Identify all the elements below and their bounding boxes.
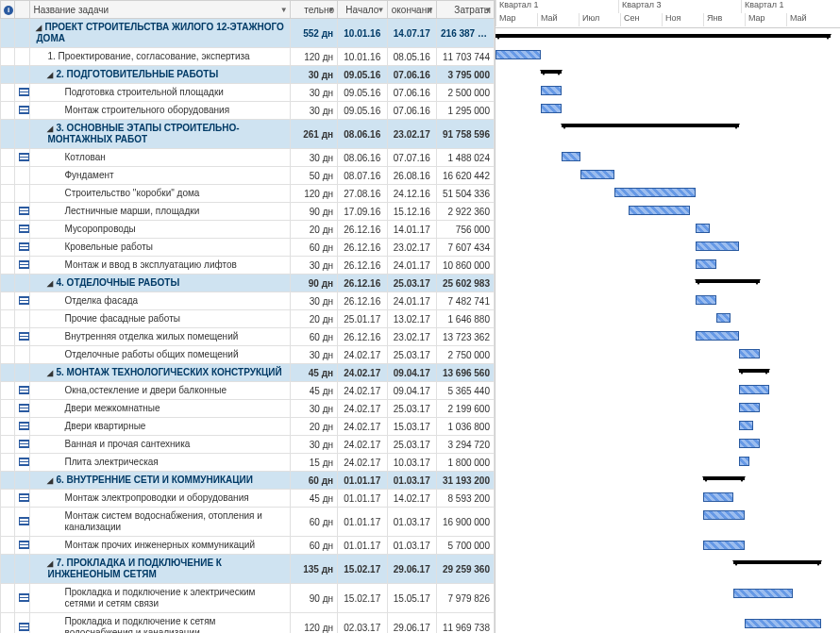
col-cost[interactable]: Затраты▼ — [437, 1, 495, 19]
gantt-task-bar[interactable] — [739, 439, 760, 448]
gantt-row — [496, 238, 840, 256]
gantt-summary-bar[interactable] — [696, 279, 760, 283]
gantt-row — [496, 28, 840, 46]
table-row[interactable]: Мусоропроводы20 дн26.12.1614.01.17756 00… — [1, 221, 495, 239]
gantt-task-bar[interactable] — [703, 492, 733, 502]
table-row[interactable]: ◢4. ОТДЕЛОЧНЫЕ РАБОТЫ90 дн26.12.1625.03.… — [1, 275, 495, 292]
table-row[interactable]: ◢5. МОНТАЖ ТЕХНОЛОГИЧЕСКИХ КОНСТРУКЦИЙ45… — [1, 364, 495, 382]
table-row[interactable]: Фундамент50 дн08.07.1626.08.1616 620 442 — [1, 167, 495, 185]
gantt-task-bar[interactable] — [541, 86, 562, 95]
indicator-icon — [19, 242, 29, 251]
table-row[interactable]: Монтаж прочих инженерных коммуникаций60 … — [1, 537, 495, 555]
gantt-task-bar[interactable] — [496, 50, 541, 59]
table-row[interactable]: Строительство "коробки" дома120 дн27.08.… — [1, 185, 495, 203]
cell-start: 26.12.16 — [338, 328, 388, 346]
task-name: 3. ОСНОВНЫЕ ЭТАПЫ СТРОИТЕЛЬНО-МОНТАЖНЫХ … — [47, 123, 239, 144]
gantt-task-bar[interactable] — [614, 188, 696, 197]
collapse-icon[interactable]: ◢ — [47, 559, 53, 569]
cell-duration: 60 дн — [290, 472, 337, 490]
dropdown-icon[interactable]: ▼ — [427, 6, 434, 14]
dropdown-icon[interactable]: ▼ — [484, 6, 492, 14]
table-row[interactable]: Монтаж и ввод в эксплуатацию лифтов30 дн… — [1, 257, 495, 275]
table-row[interactable]: Кровельные работы60 дн26.12.1623.02.177 … — [1, 239, 495, 257]
cell-start: 01.01.17 — [338, 490, 388, 508]
gantt-task-bar[interactable] — [696, 259, 716, 269]
table-row[interactable]: Отделочные работы общих помещений30 дн24… — [1, 346, 495, 364]
gantt-task-bar[interactable] — [739, 385, 769, 394]
gantt-task-bar[interactable] — [739, 421, 753, 430]
table-row[interactable]: Двери межкомнатные30 дн24.02.1725.03.172… — [1, 400, 495, 418]
collapse-icon[interactable]: ◢ — [47, 125, 53, 134]
gantt-task-bar[interactable] — [703, 510, 745, 520]
col-end[interactable]: окончани▼ — [387, 1, 437, 19]
table-row[interactable]: ◢ПРОЕКТ СТРОИТЕЛЬСТВА ЖИЛОГО 12-ЭТАЖНОГО… — [1, 19, 495, 48]
gantt-task-bar[interactable] — [696, 224, 710, 233]
gantt-task-bar[interactable] — [733, 589, 793, 598]
table-row[interactable]: ◢7. ПРОКЛАДКА И ПОДКЛЮЧЕНИЕ К ИНЖЕНЕОНЫМ… — [1, 555, 495, 584]
table-row[interactable]: Двери квартирные20 дн24.02.1715.03.171 0… — [1, 418, 495, 436]
table-row[interactable]: Прокладка и подключение к сетям водоснаб… — [1, 613, 495, 634]
gantt-summary-bar[interactable] — [703, 476, 745, 480]
table-row[interactable]: Отделка фасада30 дн26.12.1624.01.177 482… — [1, 292, 495, 310]
col-start[interactable]: Начало▼ — [338, 1, 388, 19]
cell-duration: 261 дн — [290, 120, 337, 149]
table-row[interactable]: Плита электрическая15 дн24.02.1710.03.17… — [1, 454, 495, 472]
cell-duration: 120 дн — [290, 613, 337, 634]
table-row[interactable]: Прокладка и подключение к электрическим … — [1, 584, 495, 613]
gantt-task-bar[interactable] — [745, 619, 821, 628]
gantt-task-bar[interactable] — [696, 331, 739, 341]
table-row[interactable]: Внутренняя отделка жилых помещений60 дн2… — [1, 328, 495, 346]
task-name: 2. ПОДГОТОВИТЕЛЬНЫЕ РАБОТЫ — [56, 69, 218, 79]
gantt-task-bar[interactable] — [716, 313, 731, 323]
table-row[interactable]: ◢3. ОСНОВНЫЕ ЭТАПЫ СТРОИТЕЛЬНО-МОНТАЖНЫХ… — [1, 120, 495, 149]
gantt-task-bar[interactable] — [739, 457, 749, 466]
gantt-task-bar[interactable] — [541, 104, 562, 113]
gantt-summary-bar[interactable] — [496, 34, 831, 38]
cell-duration: 90 дн — [290, 203, 337, 221]
col-duration[interactable]: тельно▼ — [290, 1, 337, 19]
gantt-task-bar[interactable] — [703, 541, 745, 550]
gantt-summary-bar[interactable] — [733, 560, 821, 564]
cell-cost: 1 036 800 — [437, 418, 495, 436]
dropdown-icon[interactable]: ▼ — [328, 6, 335, 14]
table-row[interactable]: Монтаж электропроводки и оборудования45 … — [1, 490, 495, 508]
table-row[interactable]: Подготовка строительной площадки30 дн09.… — [1, 84, 495, 102]
dropdown-icon[interactable]: ▼ — [280, 6, 288, 14]
table-row[interactable]: Окна,остекление и двери балконные45 дн24… — [1, 382, 495, 400]
table-row[interactable]: Монтаж строительного оборудования30 дн09… — [1, 102, 495, 120]
gantt-task-bar[interactable] — [739, 349, 760, 358]
table-row[interactable]: Прочие фасадные работы20 дн25.01.1713.02… — [1, 310, 495, 328]
gantt-task-bar[interactable] — [739, 403, 760, 412]
collapse-icon[interactable]: ◢ — [47, 476, 53, 486]
gantt-chart[interactable] — [496, 28, 840, 633]
cell-end: 14.02.17 — [387, 490, 437, 508]
table-row[interactable]: Лестничные марши, площадки90 дн17.09.161… — [1, 203, 495, 221]
gantt-summary-bar[interactable] — [739, 369, 769, 373]
col-task[interactable]: Название задачи▼ — [30, 1, 290, 19]
task-name: Прокладка и подключение к электрическим … — [64, 587, 255, 608]
gantt-task-bar[interactable] — [696, 242, 739, 251]
table-row[interactable]: Монтаж систем водоснабжения, отопления и… — [1, 508, 495, 537]
dropdown-icon[interactable]: ▼ — [378, 6, 385, 14]
collapse-icon[interactable]: ◢ — [47, 369, 53, 378]
task-name: Двери квартирные — [64, 421, 145, 431]
collapse-icon[interactable]: ◢ — [47, 71, 53, 80]
table-row[interactable]: ◢2. ПОДГОТОВИТЕЛЬНЫЕ РАБОТЫ30 дн09.05.16… — [1, 66, 495, 84]
gantt-task-bar[interactable] — [629, 206, 690, 215]
collapse-icon[interactable]: ◢ — [47, 279, 53, 289]
table-row[interactable]: 1. Проектирование, согласование, эксперт… — [1, 48, 495, 66]
gantt-task-bar[interactable] — [562, 152, 580, 161]
col-indicator[interactable] — [14, 1, 30, 19]
table-row[interactable]: Ванная и прочая сантехника30 дн24.02.172… — [1, 436, 495, 454]
cell-end: 14.07.17 — [387, 19, 437, 48]
table-row[interactable]: Котлован30 дн08.06.1607.07.161 488 024 — [1, 149, 495, 167]
cell-cost: 5 700 000 — [437, 537, 495, 555]
gantt-summary-bar[interactable] — [541, 70, 562, 74]
gantt-row — [496, 453, 840, 471]
gantt-summary-bar[interactable] — [562, 124, 739, 127]
table-row[interactable]: ◢6. ВНУТРЕННИЕ СЕТИ И КОММУНИКАЦИИ60 дн0… — [1, 472, 495, 490]
collapse-icon[interactable]: ◢ — [36, 24, 42, 33]
gantt-task-bar[interactable] — [696, 295, 716, 305]
gantt-task-bar[interactable] — [580, 170, 614, 179]
col-info[interactable]: i — [1, 1, 15, 19]
